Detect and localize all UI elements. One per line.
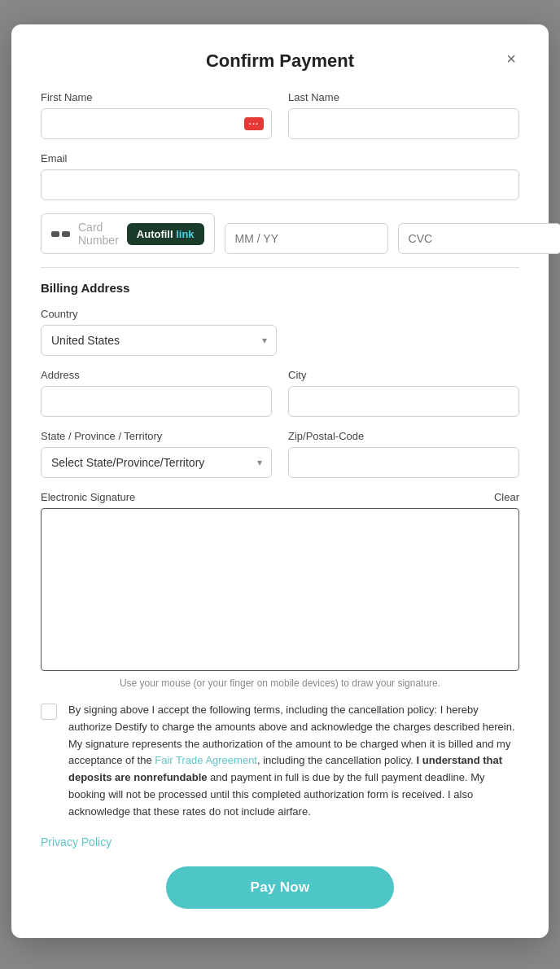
autofill-icon: ···: [244, 117, 264, 130]
state-zip-row: State / Province / Territory Select Stat…: [41, 430, 519, 478]
signature-header: Electronic Signature Clear: [41, 491, 519, 503]
overlay: Confirm Payment × First Name ··· Last Na…: [0, 0, 560, 969]
clear-signature-button[interactable]: Clear: [494, 491, 519, 503]
email-group: Email: [41, 152, 519, 200]
fair-trade-link[interactable]: Fair Trade Agreement: [155, 754, 257, 766]
last-name-group: Last Name: [288, 91, 519, 139]
signature-canvas[interactable]: [41, 508, 519, 671]
first-name-group: First Name ···: [41, 91, 272, 139]
modal-container: Confirm Payment × First Name ··· Last Na…: [11, 24, 549, 938]
country-group: Country United States Canada Mexico Unit…: [41, 308, 277, 356]
card-number-group: Card Number Autofill link: [41, 213, 215, 254]
zip-input[interactable]: [288, 447, 519, 478]
address-group: Address: [41, 369, 272, 417]
name-row: First Name ··· Last Name: [41, 91, 519, 139]
zip-group: Zip/Postal-Code: [288, 430, 519, 478]
signature-label: Electronic Signature: [41, 491, 135, 503]
address-city-row: Address City: [41, 369, 519, 417]
state-select[interactable]: Select State/Province/Territory Alabama …: [41, 447, 272, 478]
last-name-label: Last Name: [288, 91, 519, 103]
address-input[interactable]: [41, 386, 272, 417]
city-input[interactable]: [288, 386, 519, 417]
privacy-policy-link[interactable]: Privacy Policy: [41, 835, 519, 848]
email-row: Email: [41, 152, 519, 200]
card-chip-icon: [51, 231, 70, 237]
signature-hint: Use your mouse (or your finger on mobile…: [41, 677, 519, 689]
terms-text-2: , including the cancellation policy.: [257, 754, 417, 766]
terms-text: By signing above I accept the following …: [68, 702, 519, 821]
billing-divider: [41, 267, 519, 268]
close-button[interactable]: ×: [503, 50, 519, 67]
modal-header: Confirm Payment ×: [41, 50, 519, 72]
autofill-button[interactable]: Autofill link: [127, 223, 204, 245]
autofill-label: Autofill: [137, 228, 173, 240]
cvc-input[interactable]: [398, 223, 560, 254]
first-name-input-wrapper: ···: [41, 108, 272, 139]
terms-section: By signing above I accept the following …: [41, 702, 519, 821]
cvc-group: [398, 223, 560, 254]
signature-section: Electronic Signature Clear Use your mous…: [41, 491, 519, 689]
city-group: City: [288, 369, 519, 417]
state-select-wrapper: Select State/Province/Territory Alabama …: [41, 447, 272, 478]
card-number-wrapper[interactable]: Card Number Autofill link: [41, 213, 215, 254]
first-name-input[interactable]: [41, 108, 272, 139]
modal-title: Confirm Payment: [206, 50, 354, 71]
first-name-label: First Name: [41, 91, 272, 103]
autofill-link-text: link: [176, 228, 194, 240]
address-label: Address: [41, 369, 272, 381]
zip-label: Zip/Postal-Code: [288, 430, 519, 442]
card-number-placeholder: Card Number: [78, 221, 119, 247]
country-select-wrapper: United States Canada Mexico United Kingd…: [41, 325, 277, 356]
terms-checkbox[interactable]: [41, 704, 57, 720]
country-row: Country United States Canada Mexico Unit…: [41, 308, 519, 356]
state-group: State / Province / Territory Select Stat…: [41, 430, 272, 478]
country-label: Country: [41, 308, 277, 320]
card-row: Card Number Autofill link: [41, 213, 519, 254]
expiry-input[interactable]: [225, 223, 388, 254]
city-label: City: [288, 369, 519, 381]
state-label: State / Province / Territory: [41, 430, 272, 442]
pay-now-button[interactable]: Pay Now: [166, 866, 394, 909]
card-chip-dot-2: [62, 231, 70, 237]
last-name-input[interactable]: [288, 108, 519, 139]
country-select[interactable]: United States Canada Mexico United Kingd…: [41, 325, 277, 356]
expiry-group: [225, 223, 388, 254]
email-label: Email: [41, 152, 519, 164]
billing-title: Billing Address: [41, 281, 519, 295]
card-chip-dot: [51, 231, 59, 237]
email-input[interactable]: [41, 169, 519, 200]
